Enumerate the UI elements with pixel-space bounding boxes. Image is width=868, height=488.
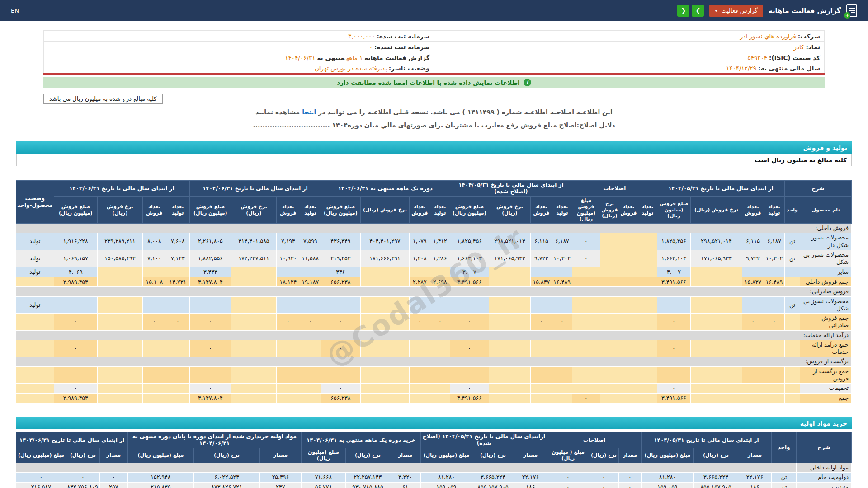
section-label: برگشت از فروش: — [800, 357, 852, 366]
info-value: كاذر — [793, 43, 804, 51]
plus-badge-icon: + — [844, 12, 850, 19]
value-cell: ۰ — [300, 314, 321, 331]
value-cell: ۱۶,۴۸۹ — [764, 277, 784, 287]
language-toggle[interactable]: EN — [11, 7, 19, 14]
column-header: مقدار — [259, 448, 301, 463]
section-label: فروش صادراتی: — [800, 287, 852, 296]
value-cell: ۰ — [166, 366, 189, 384]
company-info-cell: سال مالی منتهی به:۱۴۰۴/۱۲/۲۹ — [434, 63, 825, 74]
value-cell: ۰ — [189, 340, 231, 357]
value-cell — [231, 314, 276, 331]
report-type-dropdown[interactable]: گزارش فعالیت ▾ — [709, 5, 763, 17]
correction-notice: این اطلاعیه اصلاحیه اطلاعیه شماره ( ۱۴۱۱… — [0, 108, 868, 116]
value-cell: ۱,۸۲۵,۴۵۶ — [657, 233, 690, 250]
column-header: واحد — [784, 197, 800, 224]
value-cell: ۰ — [572, 250, 600, 267]
value-cell — [572, 384, 600, 394]
value-cell — [764, 394, 784, 404]
value-cell: ۰ — [572, 233, 600, 250]
company-info: شرکت:فرآورده هاي نسوز آذرسرمایه ثبت شده:… — [43, 30, 825, 75]
company-info-row: شرکت:فرآورده هاي نسوز آذرسرمایه ثبت شده:… — [44, 31, 825, 42]
previous-notice-link[interactable]: اینجا — [302, 108, 316, 116]
value-cell — [142, 384, 166, 394]
value-cell: ۰ — [600, 277, 619, 287]
status-cell — [16, 340, 54, 357]
value-cell — [530, 384, 552, 394]
column-header: مبلغ فروش (میلیون ریال) — [321, 197, 360, 224]
value-cell — [690, 394, 742, 404]
column-header: واحد — [772, 432, 797, 463]
info-icon: i — [524, 79, 531, 86]
value-cell — [231, 277, 276, 287]
product-name-cell: محصولات نسوز بی شکل — [800, 296, 852, 314]
value-cell: ۳,۰۰۷ — [657, 267, 690, 277]
value-cell: ۲۳۹,۲۸۹,۲۱۱ — [97, 233, 142, 250]
value-cell — [619, 296, 638, 314]
value-cell: ۳,۶۶۵,۲۲۴ — [694, 472, 738, 482]
column-header: مواد اولیه خریداری شده از ابتدای دوره تا… — [127, 432, 301, 448]
table-row: جمع فروش داخلی۱۶,۴۸۹۱۵,۸۳۷۳,۴۹۱,۵۶۶۰۰۰۰۱… — [16, 277, 851, 287]
product-name-cell: جمع — [800, 394, 852, 404]
value-cell: ۰ — [552, 366, 572, 384]
value-cell — [300, 394, 321, 404]
top-bar-actions: + گزارش فعالیت ماهانه گزارش فعالیت ▾ ❯ ❮ — [677, 4, 857, 17]
value-cell: ۱۵,۱۰۸ — [142, 277, 166, 287]
unit-cell: تن — [772, 472, 797, 482]
table-row: محصولات نسوز شکل دارتن۶,۱۸۷۶,۱۱۵۲۹۸,۵۲۱,… — [16, 233, 851, 250]
value-cell: ۱۵۰,۵۸۵,۴۹۳ — [97, 250, 142, 267]
value-cell: ۲۵,۳۹۶ — [259, 472, 301, 482]
section-row: درآمد ارائه خدمات: — [16, 330, 851, 340]
value-cell: ۶۱ — [390, 482, 420, 488]
section-filler — [16, 357, 800, 366]
value-cell — [97, 340, 142, 357]
value-cell — [409, 340, 430, 357]
value-cell — [600, 384, 619, 394]
company-info-row: نماد:كاذرسرمایه ثبت نشده:۰ — [44, 42, 825, 52]
value-cell: ۰ — [300, 366, 321, 384]
column-header: دوره یک ماهه منتهی به ۱۴۰۴/۰۶/۳۱ — [321, 181, 450, 197]
value-cell: ۰ — [742, 366, 764, 384]
company-info-cell: وضعیت ناشر:پذیرفته شده در بورس تهران — [44, 63, 434, 74]
unit-cell — [784, 277, 800, 287]
value-cell: ۰ — [657, 384, 690, 394]
value-cell — [764, 384, 784, 394]
value-cell — [600, 314, 619, 331]
value-cell — [638, 340, 657, 357]
product-name-cell: جمع درآمد ارائه خدمات — [800, 340, 852, 357]
value-cell: ۱۷۱,۰۶۵,۹۳۳ — [489, 250, 530, 267]
column-header: نرخ (ریال) — [66, 448, 99, 463]
section-filler — [16, 287, 800, 296]
value-cell: ۶,۱۸۷ — [552, 233, 572, 250]
value-cell: ۳,۴۹۱,۵۶۶ — [450, 277, 489, 287]
nav-back-button[interactable]: ❮ — [677, 5, 689, 17]
value-cell — [360, 296, 409, 314]
value-cell: ۷,۶۰۸ — [166, 233, 189, 250]
table-row: جمع درآمد ارائه خدمات۰۰۰۰۰ — [16, 340, 851, 357]
value-cell: ۰ — [409, 366, 430, 384]
column-header: از ابتدای سال مالی تا تاریخ ۱۴۰۳/۰۶/۳۱ — [16, 432, 127, 448]
value-cell: ۸۵۵,۱۵۷,۹۰۵ — [472, 482, 514, 488]
status-cell — [16, 394, 54, 404]
value-cell — [638, 314, 657, 331]
value-cell: ۰ — [530, 366, 552, 384]
value-cell — [97, 267, 142, 277]
value-cell: ۰ — [66, 472, 99, 482]
column-header: مقدار — [618, 448, 641, 463]
page-title: گزارش فعالیت ماهانه — [769, 7, 841, 15]
value-cell: ۰ — [189, 366, 231, 384]
value-cell — [619, 314, 638, 331]
value-cell: ۱۴,۷۳۱ — [166, 277, 189, 287]
column-header: تعداد تولید — [166, 197, 189, 224]
nav-forward-button[interactable]: ❯ — [692, 5, 704, 17]
status-cell: تولید — [16, 267, 54, 277]
value-cell: ۰ — [54, 366, 97, 384]
value-cell — [360, 366, 409, 384]
status-cell — [16, 314, 54, 331]
value-cell: ۰ — [430, 314, 450, 331]
column-header: مقدار — [99, 448, 127, 463]
value-cell — [360, 267, 409, 277]
value-cell — [600, 296, 619, 314]
value-cell: ۲۱۵,۸۳۵ — [127, 482, 193, 488]
column-header: نرخ فروش (ریال) — [97, 197, 142, 224]
activity-report-icon[interactable]: + — [846, 4, 857, 17]
